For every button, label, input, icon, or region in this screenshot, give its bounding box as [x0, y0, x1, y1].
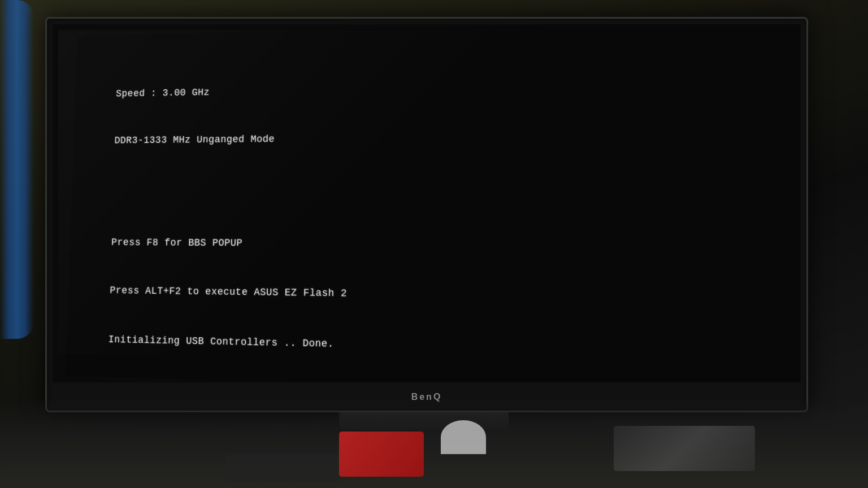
bios-line-memory: 4095MB OK (Installed Memory Size:4096MB): [107, 381, 796, 382]
clutter-item-black: [226, 454, 339, 482]
bios-output: Speed : 3.00 GHz DDR3-1333 MHz Unganged …: [85, 42, 801, 382]
monitor-bezel: Speed : 3.00 GHz DDR3-1333 MHz Unganged …: [45, 17, 808, 412]
bios-line-ddr3: DDR3-1333 MHz Unganged Mode: [114, 126, 787, 148]
bios-line-altf2: Press ALT+F2 to execute ASUS EZ Flash 2: [110, 283, 793, 308]
bios-line-empty1: [113, 178, 789, 195]
bottom-area: [0, 398, 868, 488]
bios-line-usb-init: Initializing USB Controllers .. Done.: [108, 332, 795, 362]
bios-line-f8: Press F8 for BBS POPUP: [111, 234, 791, 255]
bios-line-speed: Speed : 3.00 GHz: [116, 75, 786, 101]
blue-cable: [0, 0, 34, 339]
clutter-item-red: [339, 432, 424, 477]
clutter-item-misc: [614, 426, 755, 471]
clutter-item-white: [441, 420, 486, 454]
monitor-screen: Speed : 3.00 GHz DDR3-1333 MHz Unganged …: [53, 24, 801, 382]
screen-content: Speed : 3.00 GHz DDR3-1333 MHz Unganged …: [66, 24, 801, 382]
